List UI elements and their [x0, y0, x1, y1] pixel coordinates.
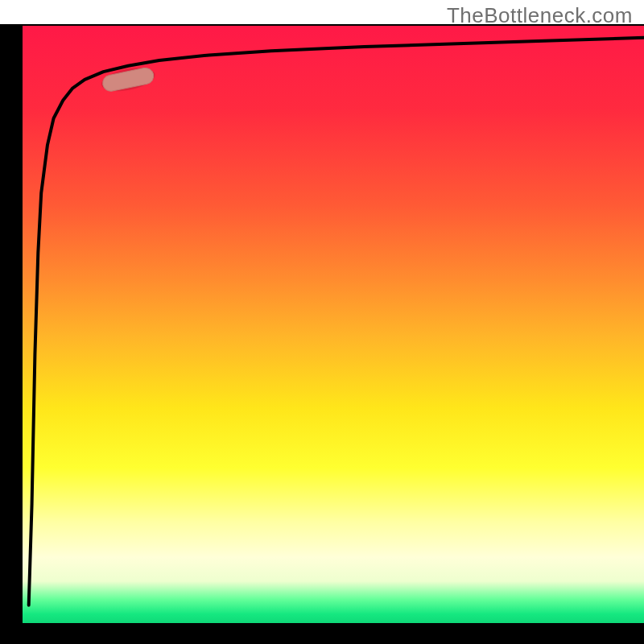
- chart-stage: TheBottleneck.com: [0, 0, 644, 644]
- curve-thumb-marker[interactable]: [99, 64, 157, 95]
- axis-top-line: [23, 24, 644, 26]
- plot-area: [0, 24, 644, 644]
- curve-svg: [23, 26, 644, 623]
- bottleneck-curve-line: [29, 38, 644, 605]
- axis-y: [0, 24, 23, 623]
- axis-x: [0, 623, 644, 644]
